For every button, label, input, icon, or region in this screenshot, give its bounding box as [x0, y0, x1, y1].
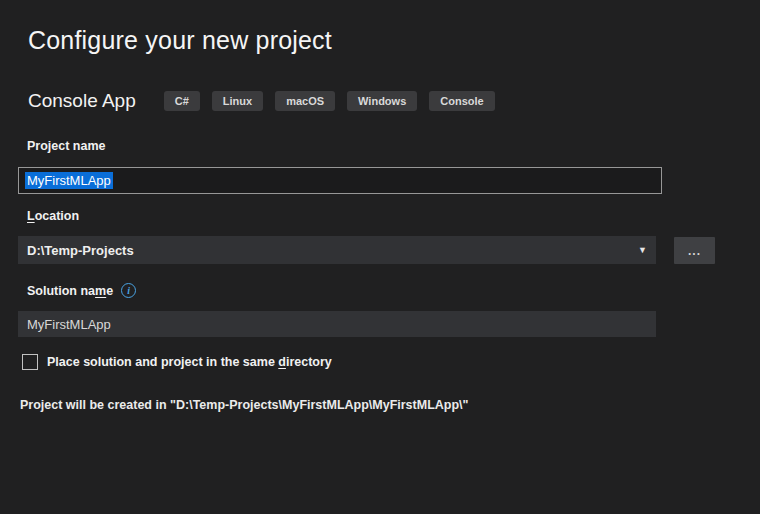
same-directory-checkbox[interactable]	[22, 354, 38, 370]
location-label: Location	[27, 209, 79, 223]
tag-macos: macOS	[275, 91, 335, 111]
location-combobox[interactable]: D:\Temp-Projects ▼	[18, 236, 656, 264]
info-icon[interactable]: i	[121, 283, 136, 298]
template-summary: Console App C# Linux macOS Windows Conso…	[28, 90, 495, 112]
tag-linux: Linux	[212, 91, 263, 111]
solution-name-input[interactable]: MyFirstMLApp	[18, 311, 656, 337]
tag-windows: Windows	[347, 91, 417, 111]
browse-location-button[interactable]: ...	[674, 237, 715, 264]
chevron-down-icon[interactable]: ▼	[638, 246, 656, 255]
same-directory-checkbox-row[interactable]: Place solution and project in the same d…	[22, 354, 332, 370]
configure-project-dialog: Configure your new project Console App C…	[0, 0, 760, 514]
page-title: Configure your new project	[28, 26, 332, 55]
template-name: Console App	[28, 90, 136, 112]
project-name-label: Project name	[27, 139, 106, 153]
solution-name-label-row: Solution name i	[27, 283, 136, 298]
template-tag-list: C# Linux macOS Windows Console	[164, 91, 495, 111]
project-name-value: MyFirstMLApp	[25, 172, 113, 189]
location-value: D:\Temp-Projects	[18, 243, 638, 258]
project-name-input[interactable]: MyFirstMLApp	[18, 167, 662, 194]
project-path-note: Project will be created in "D:\Temp-Proj…	[20, 398, 468, 412]
same-directory-checkbox-label[interactable]: Place solution and project in the same d…	[47, 355, 332, 369]
solution-name-label: Solution name	[27, 284, 113, 298]
tag-console: Console	[429, 91, 494, 111]
solution-name-value: MyFirstMLApp	[27, 317, 111, 332]
tag-csharp: C#	[164, 91, 200, 111]
